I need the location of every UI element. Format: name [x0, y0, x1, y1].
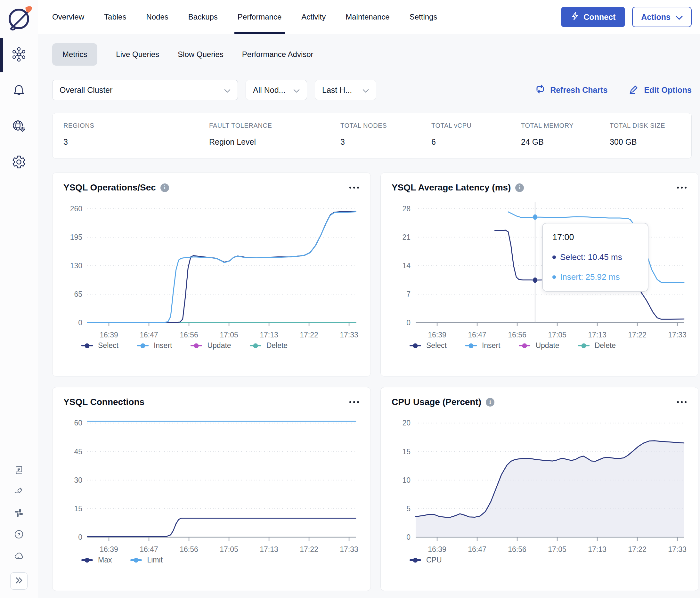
nav-tab-nodes[interactable]: Nodes	[146, 0, 168, 34]
legend-label: Delete	[267, 341, 288, 350]
stat-fault-tolerance: FAULT TOLERANCERegion Level	[209, 113, 341, 158]
edit-options-link[interactable]: Edit Options	[629, 83, 692, 96]
stat-total-disk-size: TOTAL DISK SIZE300 GB	[610, 113, 680, 158]
svg-text:16:47: 16:47	[468, 545, 486, 553]
info-icon[interactable]: i	[160, 183, 169, 192]
cloud-status-icon[interactable]	[14, 551, 24, 562]
legend-marker	[250, 345, 261, 346]
slack-icon[interactable]	[14, 508, 24, 519]
double-chevron-right-icon	[15, 576, 23, 586]
svg-text:60: 60	[74, 419, 82, 427]
chart-canvas[interactable]: 06513019526016:3916:4716:5617:0517:1317:…	[64, 197, 359, 341]
sidebar-item-clusters[interactable]	[0, 37, 38, 73]
stat-value: 24 GB	[521, 137, 610, 147]
subtab-performance-advisor[interactable]: Performance Advisor	[242, 43, 314, 66]
legend-item-select[interactable]: Select	[81, 341, 119, 350]
legend-item-update[interactable]: Update	[191, 341, 231, 350]
nav-tab-overview[interactable]: Overview	[52, 0, 84, 34]
sidebar-nav	[0, 37, 38, 181]
info-icon[interactable]: i	[486, 398, 494, 407]
cluster-icon	[11, 47, 26, 63]
subtab-metrics[interactable]: Metrics	[52, 43, 97, 66]
svg-text:30: 30	[74, 476, 82, 484]
stat-value: 6	[431, 137, 521, 147]
chevron-down-icon	[293, 85, 300, 95]
legend-item-cpu[interactable]: CPU	[409, 556, 442, 564]
legend-item-max[interactable]: Max	[81, 556, 112, 564]
tooltip-series-text: Insert: 25.92 ms	[560, 272, 620, 282]
chart-card-header: CPU Usage (Percent)i	[392, 397, 687, 407]
svg-text:17:05: 17:05	[220, 331, 238, 339]
chart-menu-kebab-icon[interactable]	[676, 184, 687, 191]
sidebar-item-alerts[interactable]	[0, 73, 38, 109]
legend-label: Max	[98, 556, 112, 564]
legend-item-delete[interactable]: Delete	[578, 341, 616, 350]
chart-canvas[interactable]: 0510152016:3916:4716:5617:0517:1317:2217…	[392, 412, 687, 556]
content-area: MetricsLive QueriesSlow QueriesPerforman…	[38, 34, 700, 591]
subtab-live-queries[interactable]: Live Queries	[116, 43, 159, 66]
svg-text:17:13: 17:13	[260, 331, 278, 339]
stat-value: 3	[64, 137, 209, 147]
legend-item-delete[interactable]: Delete	[250, 341, 288, 350]
svg-text:17:33: 17:33	[340, 331, 358, 339]
cluster-scope-value: Overall Cluster	[59, 85, 112, 95]
cluster-scope-select[interactable]: Overall Cluster	[52, 80, 238, 100]
nav-tab-performance[interactable]: Performance	[238, 0, 281, 34]
svg-text:16:39: 16:39	[100, 331, 118, 339]
docs-book-icon[interactable]	[14, 465, 24, 476]
nav-tab-tables[interactable]: Tables	[104, 0, 126, 34]
svg-text:17:33: 17:33	[340, 545, 358, 553]
nav-tab-backups[interactable]: Backups	[188, 0, 218, 34]
svg-text:0: 0	[406, 318, 410, 327]
tooltip-series-dot	[552, 256, 556, 259]
chart-card-header: YSQL Average Latency (ms)i	[392, 182, 687, 193]
refresh-charts-link[interactable]: Refresh Charts	[535, 83, 607, 96]
svg-text:17:13: 17:13	[588, 331, 606, 339]
svg-text:195: 195	[70, 233, 82, 241]
connect-button-label: Connect	[583, 12, 616, 22]
chart-canvas[interactable]: 01530456016:3916:4716:5617:0517:1317:221…	[64, 412, 359, 556]
legend-item-insert[interactable]: Insert	[465, 341, 500, 350]
nodes-select[interactable]: All Nod...	[246, 80, 307, 100]
chart-menu-kebab-icon[interactable]	[349, 398, 359, 406]
sidebar-item-settings[interactable]	[0, 145, 38, 181]
svg-text:45: 45	[74, 447, 82, 456]
info-icon[interactable]: i	[515, 183, 524, 192]
svg-text:17:22: 17:22	[300, 331, 318, 339]
chart-title: YSQL Connections	[64, 397, 144, 407]
time-range-select[interactable]: Last H...	[315, 80, 376, 100]
nav-tab-maintenance[interactable]: Maintenance	[346, 0, 390, 34]
chart-plot-area: 0714212816:3916:4716:5617:0517:1317:2217…	[392, 197, 687, 341]
pencil-icon	[629, 83, 640, 96]
svg-text:17:05: 17:05	[220, 545, 238, 553]
stat-total-nodes: TOTAL NODES3	[341, 113, 431, 158]
subtab-slow-queries[interactable]: Slow Queries	[178, 43, 224, 66]
legend-item-insert[interactable]: Insert	[137, 341, 172, 350]
chart-toolbar: Refresh Charts Edit Options	[535, 83, 692, 96]
connect-button[interactable]: Connect	[561, 7, 625, 27]
svg-text:17:05: 17:05	[548, 545, 567, 553]
sidebar-item-network[interactable]	[0, 109, 38, 145]
app-logo[interactable]	[4, 3, 34, 34]
legend-item-limit[interactable]: Limit	[130, 556, 163, 564]
sidebar-expand-button[interactable]	[10, 572, 28, 590]
svg-text:17:05: 17:05	[548, 331, 567, 339]
app-root: ? OverviewTablesNodesBackupsPerforman	[0, 0, 700, 598]
globe-gear-icon	[11, 119, 26, 135]
legend-label: Select	[426, 341, 447, 350]
legend-item-select[interactable]: Select	[409, 341, 447, 350]
tooltip-series-text: Select: 10.45 ms	[560, 252, 622, 262]
svg-text:17:33: 17:33	[668, 545, 686, 553]
main-area: OverviewTablesNodesBackupsPerformanceAct…	[38, 0, 700, 598]
actions-button[interactable]: Actions	[632, 7, 692, 27]
chart-menu-kebab-icon[interactable]	[349, 184, 359, 191]
nav-tab-settings[interactable]: Settings	[409, 0, 438, 34]
chart-menu-kebab-icon[interactable]	[676, 398, 687, 406]
help-icon[interactable]: ?	[14, 529, 24, 540]
svg-text:16:47: 16:47	[140, 545, 158, 553]
legend-item-update[interactable]: Update	[519, 341, 559, 350]
chart-card-ysql-average-latency-ms: YSQL Average Latency (ms)i0714212816:391…	[380, 173, 698, 376]
plug-icon[interactable]	[14, 487, 24, 497]
svg-text:17:13: 17:13	[588, 545, 606, 553]
nav-tab-activity[interactable]: Activity	[301, 0, 326, 34]
